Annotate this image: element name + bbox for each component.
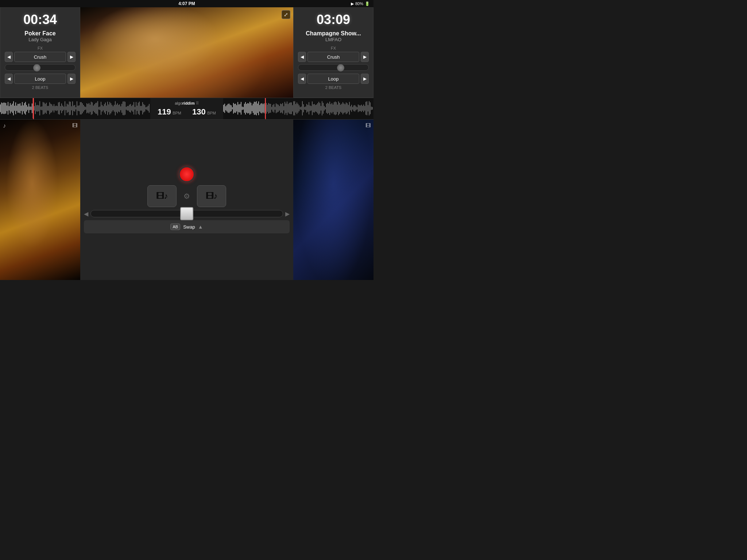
fx-slider-left[interactable] (5, 64, 76, 71)
bpm-left: 119 BPM (158, 107, 181, 117)
waveform-playhead-right (265, 98, 266, 119)
beats-label-left: 2 BEATS (32, 85, 48, 90)
fx-label-left: FX (38, 46, 43, 50)
bpm-value-right: 130 (192, 107, 206, 116)
ab-badge: AB (170, 223, 180, 230)
deck-thumb-video-right: 🎞 (293, 120, 374, 280)
fx-prev-btn-right[interactable]: ◀ (298, 52, 306, 62)
music-icon-left: ♪ (3, 122, 6, 129)
fx-label-right: FX (331, 46, 336, 50)
swap-chevron-icon: ▲ (198, 224, 203, 230)
waveform-right[interactable] (223, 98, 374, 119)
deck-thumb-left: ♪ 🎞 SET ↺ ↗ (0, 120, 80, 280)
status-bar: 4:07 PM ▶ 80% 🔋 (0, 0, 374, 7)
crossfader-right-arrow[interactable]: ▶ (285, 210, 290, 217)
loop-name-right: Loop (307, 74, 359, 84)
bpm-center: algoriddim ⠿ 119 BPM 130 BPM (150, 101, 223, 117)
main-container: 00:34 Poker Face Lady Gaga FX ◀ Crush ▶ … (0, 7, 374, 280)
fx-slider-thumb-left[interactable] (33, 64, 40, 71)
loop-prev-btn-left[interactable]: ◀ (5, 74, 13, 84)
video-main (80, 7, 293, 98)
fx-name-left: Crush (14, 52, 66, 62)
deck-artist-left: Lady Gaga (28, 37, 52, 42)
fx-control-left: ◀ Crush ▶ (5, 52, 76, 62)
battery-icon: ▶ (351, 1, 354, 6)
bpm-display: 119 BPM 130 BPM (158, 107, 216, 117)
deck-artist-right: LMFAO (325, 37, 341, 42)
deck-panel-right: 03:09 Champagne Show... LMFAO FX ◀ Crush… (293, 7, 374, 98)
fx-control-right: ◀ Crush ▶ (298, 52, 369, 62)
swap-label: Swap (183, 224, 195, 230)
deck-timer-right: 03:09 (317, 12, 350, 27)
film-icon-left: 🎞 (72, 122, 77, 128)
video-music-icon-left: 🎞♪ (156, 191, 168, 201)
fx-next-btn-left[interactable]: ▶ (67, 52, 76, 62)
bpm-unit-left: BPM (173, 111, 181, 115)
rec-button[interactable] (179, 166, 195, 182)
bpm-unit-right: BPM (207, 111, 216, 115)
fx-name-right: Crush (307, 52, 359, 62)
algo-logo: algoriddim ⠿ (175, 101, 198, 106)
crossfader-track[interactable] (90, 210, 283, 217)
fx-prev-btn-left[interactable]: ◀ (5, 52, 13, 62)
fx-slider-right[interactable] (298, 64, 369, 71)
crossfader-left-arrow[interactable]: ◀ (84, 210, 88, 217)
deck-panel-left: 00:34 Poker Face Lady Gaga FX ◀ Crush ▶ … (0, 7, 80, 98)
deck-thumb-right: 🎞 SET ↺ ↗ (293, 120, 374, 280)
deck-timer-left: 00:34 (23, 12, 57, 27)
video-left-half (80, 7, 208, 98)
crossfader-row: ◀ ▶ (84, 210, 290, 217)
video-music-icon-right: 🎞♪ (206, 191, 218, 201)
video-left-btn[interactable]: 🎞♪ (147, 185, 177, 207)
deck-track-left: Poker Face (24, 30, 55, 37)
gear-icon: ⚙ (183, 192, 190, 201)
waveform-playhead-left (33, 98, 34, 119)
video-center: ⤢ (80, 7, 293, 98)
bpm-right: 130 BPM (192, 107, 216, 117)
video-right-btn[interactable]: 🎞♪ (197, 185, 226, 207)
status-time: 4:07 PM (178, 1, 195, 6)
battery-bar: 🔋 (365, 1, 370, 6)
loop-name-left: Loop (14, 74, 66, 84)
gaga-face-overlay (80, 7, 293, 98)
loop-next-btn-left[interactable]: ▶ (67, 74, 76, 84)
loop-next-btn-right[interactable]: ▶ (361, 74, 369, 84)
beats-label-right: 2 BEATS (325, 85, 341, 90)
waveform-section: algoriddim ⠿ 119 BPM 130 BPM (0, 98, 374, 120)
loop-control-left: ◀ Loop ▶ (5, 74, 76, 84)
ctrl-row-video: 🎞♪ ⚙ 🎞♪ (147, 185, 226, 207)
top-section: 00:34 Poker Face Lady Gaga FX ◀ Crush ▶ … (0, 7, 374, 98)
crossfader-thumb[interactable] (180, 207, 193, 220)
bpm-value-left: 119 (158, 107, 171, 116)
control-center: 🎞♪ ⚙ 🎞♪ ◀ ▶ AB Swap ▲ (80, 120, 293, 280)
deck-thumb-video-left: ♪ 🎞 (0, 120, 80, 280)
gear-center: ⚙ (179, 189, 194, 203)
status-right: ▶ 80% 🔋 (351, 1, 370, 6)
waveform-left[interactable] (0, 98, 150, 119)
loop-prev-btn-right[interactable]: ◀ (298, 74, 306, 84)
fx-slider-thumb-right[interactable] (337, 64, 344, 71)
deck-track-right: Champagne Show... (306, 30, 361, 37)
loop-control-right: ◀ Loop ▶ (298, 74, 369, 84)
expand-btn[interactable]: ⤢ (282, 10, 290, 19)
battery-level: 80% (355, 1, 363, 6)
swap-bar[interactable]: AB Swap ▲ (84, 220, 290, 233)
fx-next-btn-right[interactable]: ▶ (361, 52, 369, 62)
film-icon-right: 🎞 (365, 122, 371, 128)
bottom-section: ♪ 🎞 SET ↺ ↗ 🎞♪ (0, 120, 374, 280)
